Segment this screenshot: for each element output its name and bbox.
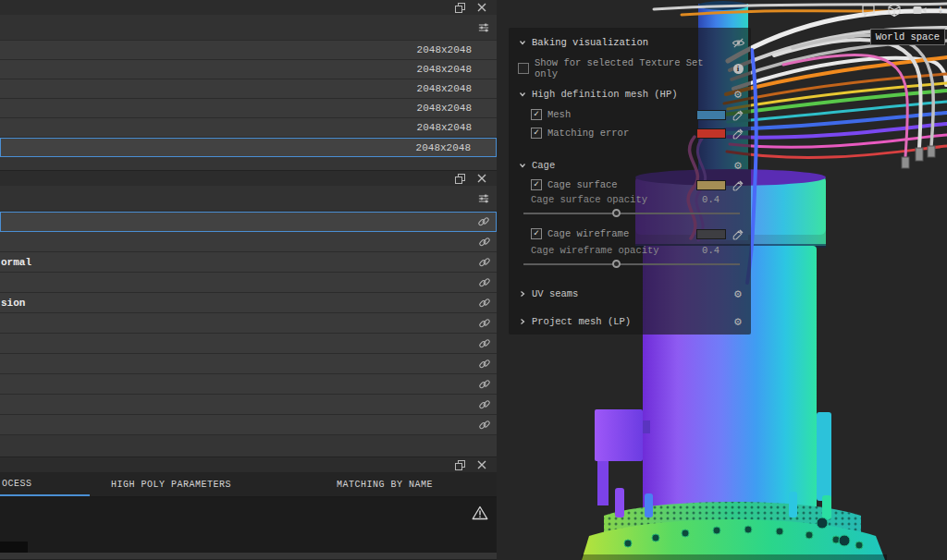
- process-content: [0, 497, 497, 553]
- baker-row[interactable]: [0, 334, 497, 354]
- chevron-right-icon[interactable]: [518, 318, 526, 326]
- texture-set-panel-header: [0, 0, 497, 15]
- cage-surface-label: Cage surface: [547, 179, 618, 190]
- baker-row[interactable]: [0, 395, 497, 415]
- link-icon[interactable]: [477, 235, 491, 249]
- slider-handle[interactable]: [612, 260, 621, 268]
- link-icon[interactable]: [477, 336, 491, 350]
- baker-row[interactable]: sion: [0, 293, 497, 313]
- close-icon[interactable]: [476, 2, 487, 13]
- link-icon[interactable]: [477, 316, 491, 330]
- cage-wireframe-checkbox[interactable]: ✓: [531, 228, 542, 239]
- tab-label: MATCHING BY NAME: [337, 480, 433, 490]
- cage-wireframe-opacity-label: Cage wireframe opacity: [531, 245, 659, 256]
- material-cube-icon[interactable]: [886, 2, 902, 18]
- gear-icon[interactable]: ⚙: [731, 160, 745, 172]
- eyedropper-icon[interactable]: [732, 108, 745, 122]
- link-icon[interactable]: [477, 397, 491, 411]
- viewport-toolbar: ▲▼: [860, 2, 943, 18]
- mesh-color-swatch[interactable]: [696, 110, 726, 120]
- eyedropper-icon[interactable]: [732, 178, 745, 192]
- process-tabbar: OCESS HIGH POLY PARAMETERS MATCHING BY N…: [0, 472, 497, 497]
- camera-space-dropdown[interactable]: World space: [870, 29, 945, 45]
- overlay-header: Baking visualization: [518, 35, 745, 50]
- matching-error-checkbox[interactable]: ✓: [531, 128, 542, 139]
- baking-visualization-overlay: Baking visualization Show for selected T…: [509, 28, 751, 335]
- link-icon[interactable]: [477, 377, 491, 391]
- cage-surface-checkbox[interactable]: ✓: [531, 179, 542, 190]
- baker-row-selected[interactable]: [0, 212, 497, 232]
- detach-window-icon[interactable]: [454, 2, 465, 13]
- cage-wireframe-opacity-value[interactable]: 0.4: [702, 245, 719, 256]
- project-mesh-title: Project mesh (LP): [532, 316, 631, 327]
- show-selected-checkbox[interactable]: [518, 63, 529, 74]
- baker-row[interactable]: [0, 313, 497, 334]
- baker-row[interactable]: [0, 354, 497, 374]
- link-icon[interactable]: [477, 255, 491, 269]
- link-icon[interactable]: [477, 357, 491, 371]
- texture-size: 2048x2048: [417, 44, 472, 55]
- tab-high-poly-parameters[interactable]: HIGH POLY PARAMETERS: [90, 472, 252, 496]
- texture-set-row[interactable]: 2048x2048: [0, 99, 497, 118]
- texture-size: 2048x2048: [417, 64, 472, 75]
- cage-surface-opacity-slider[interactable]: [523, 209, 740, 218]
- cage-wireframe-opacity-row: Cage wireframe opacity 0.4: [518, 243, 745, 258]
- gear-icon[interactable]: ⚙: [731, 89, 745, 101]
- slider-handle[interactable]: [612, 209, 621, 217]
- cage-wireframe-color-swatch[interactable]: [696, 229, 726, 239]
- link-icon[interactable]: [477, 275, 491, 289]
- close-icon[interactable]: [476, 173, 487, 184]
- mesh-row: ✓ Mesh: [518, 107, 745, 122]
- eyedropper-icon[interactable]: [732, 227, 745, 241]
- warning-icon: [472, 505, 488, 520]
- texture-set-row[interactable]: 2048x2048: [0, 79, 497, 99]
- show-selected-row: Show for selected Texture Set only i: [518, 61, 745, 76]
- bakers-toolbar: [0, 186, 497, 212]
- chevron-right-icon[interactable]: [518, 290, 526, 298]
- texture-size: 2048x2048: [416, 142, 471, 153]
- display-options-icon[interactable]: [478, 193, 489, 204]
- baker-row[interactable]: [0, 273, 497, 293]
- chevron-down-icon[interactable]: [518, 162, 526, 170]
- baker-row[interactable]: [0, 232, 497, 252]
- texture-set-row[interactable]: 2048x2048: [0, 118, 497, 138]
- cage-wireframe-label: Cage wireframe: [547, 228, 629, 239]
- baker-label: sion: [0, 298, 25, 309]
- cage-section-header: Cage ⚙: [518, 158, 745, 173]
- matching-error-color-swatch[interactable]: [696, 128, 726, 139]
- baker-row[interactable]: ormal: [0, 252, 497, 273]
- uv-seams-title: UV seams: [532, 288, 578, 299]
- display-options-icon[interactable]: [478, 22, 489, 33]
- tab-baking-process[interactable]: OCESS: [0, 472, 90, 496]
- detach-window-icon[interactable]: [454, 459, 465, 470]
- cage-surface-row: ✓ Cage surface: [518, 177, 745, 192]
- eye-off-icon[interactable]: [731, 36, 745, 50]
- baker-row[interactable]: [0, 374, 497, 395]
- gear-icon[interactable]: ⚙: [731, 316, 745, 328]
- baker-row[interactable]: [0, 415, 497, 435]
- mesh-label: Mesh: [547, 109, 571, 120]
- texture-set-row[interactable]: 2048x2048: [0, 60, 497, 79]
- cage-wireframe-opacity-slider[interactable]: [523, 260, 740, 269]
- detach-window-icon[interactable]: [454, 173, 465, 184]
- uv-seams-section-header: UV seams ⚙: [518, 286, 745, 301]
- chevron-down-icon[interactable]: [518, 91, 526, 99]
- texture-size: 2048x2048: [417, 83, 472, 94]
- link-icon[interactable]: [476, 215, 490, 229]
- link-icon[interactable]: [477, 418, 491, 432]
- cage-surface-opacity-value[interactable]: 0.4: [702, 194, 719, 205]
- cage-surface-color-swatch[interactable]: [696, 180, 726, 190]
- eyedropper-icon[interactable]: [732, 127, 745, 140]
- camera-dropdown-arrows[interactable]: ▲▼: [938, 6, 943, 15]
- gear-icon[interactable]: ⚙: [731, 288, 745, 300]
- mesh-checkbox[interactable]: ✓: [531, 109, 542, 120]
- chevron-down-icon[interactable]: [518, 39, 526, 47]
- comment-icon[interactable]: [860, 2, 876, 18]
- link-icon[interactable]: [477, 296, 491, 310]
- camera-icon[interactable]: [912, 2, 928, 18]
- texture-set-row[interactable]: 2048x2048: [0, 41, 497, 60]
- close-icon[interactable]: [476, 459, 487, 470]
- texture-set-row-selected[interactable]: 2048x2048: [0, 138, 497, 157]
- info-icon: i: [731, 64, 745, 74]
- tab-matching-by-name[interactable]: MATCHING BY NAME: [311, 472, 459, 496]
